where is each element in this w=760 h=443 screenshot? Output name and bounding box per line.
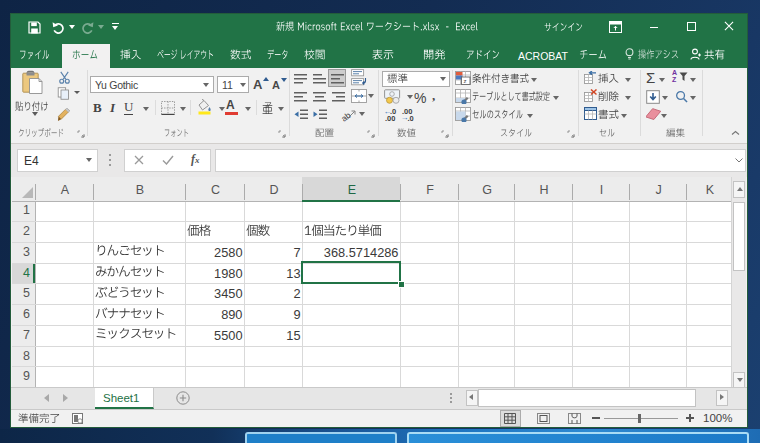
svg-text:z: z: [464, 78, 467, 84]
svg-text:ab: ab: [340, 110, 353, 123]
